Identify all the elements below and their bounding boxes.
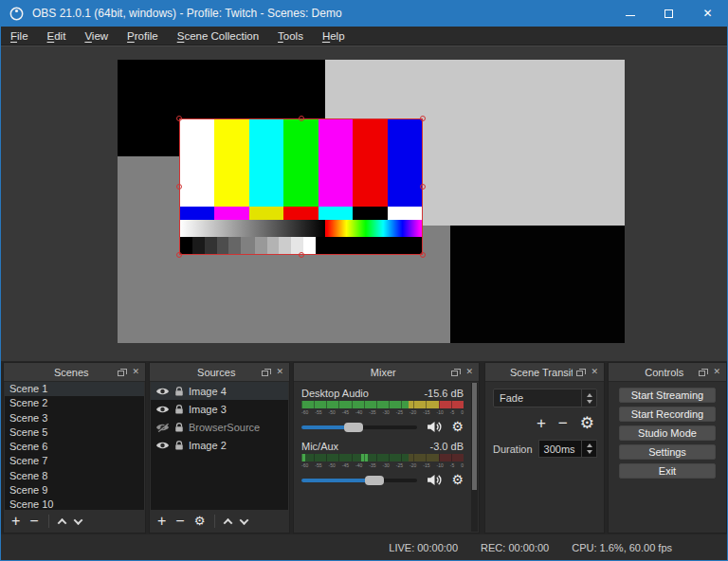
window-title: OBS 21.0.1 (64bit, windows) - Profile: T… — [32, 7, 342, 20]
scene-list-item[interactable]: Scene 1 — [5, 382, 144, 396]
titlebar[interactable]: OBS 21.0.1 (64bit, windows) - Profile: T… — [1, 0, 727, 27]
duration-spinner[interactable] — [581, 441, 596, 457]
float-panel-icon[interactable] — [451, 371, 458, 376]
move-scene-down-button[interactable] — [73, 516, 82, 525]
add-source-button[interactable]: + — [157, 515, 166, 528]
lock-icon[interactable] — [174, 386, 184, 397]
lock-icon[interactable] — [174, 404, 184, 415]
close-panel-icon[interactable]: ✕ — [591, 368, 598, 376]
mixer-panel-title: Mixer — [294, 367, 447, 378]
toolbar-divider — [214, 515, 215, 528]
source-list-item[interactable]: BrowserSource — [151, 418, 288, 436]
volume-slider[interactable] — [301, 425, 417, 429]
scenes-panel-header[interactable]: Scenes ✕ — [4, 363, 145, 382]
move-source-up-button[interactable] — [224, 517, 233, 527]
scene-list-item[interactable]: Scene 9 — [5, 483, 144, 498]
selection-handle[interactable] — [176, 184, 182, 190]
menu-item-file[interactable]: File — [1, 27, 38, 45]
lock-icon[interactable] — [174, 422, 184, 433]
duration-label: Duration — [493, 443, 533, 455]
maximize-icon — [664, 9, 673, 18]
volume-slider-handle[interactable] — [365, 476, 384, 485]
menu-item-tools[interactable]: Tools — [268, 27, 313, 45]
duration-input[interactable]: 300ms — [538, 440, 597, 458]
add-transition-button[interactable]: + — [537, 417, 546, 430]
sources-panel-header[interactable]: Sources ✕ — [150, 363, 289, 382]
duration-value: 300ms — [539, 441, 581, 457]
remove-transition-button[interactable]: − — [558, 417, 568, 430]
selection-handle[interactable] — [299, 116, 304, 121]
speaker-icon[interactable] — [427, 474, 443, 486]
minimize-button[interactable] — [610, 0, 649, 27]
move-scene-up-button[interactable] — [57, 517, 66, 527]
selection-handle[interactable] — [299, 252, 304, 258]
transition-select[interactable]: Fade — [493, 389, 597, 407]
combo-spinner[interactable] — [581, 389, 596, 407]
settings-button[interactable]: Settings — [619, 444, 716, 460]
lock-icon[interactable] — [174, 440, 184, 451]
float-panel-icon[interactable] — [118, 371, 124, 376]
visibility-eye-slash-icon[interactable] — [155, 423, 170, 432]
selection-handle[interactable] — [420, 116, 426, 121]
float-panel-icon[interactable] — [576, 371, 583, 376]
maximize-button[interactable] — [649, 0, 688, 27]
channel-gear-icon[interactable]: ⚙ — [451, 474, 464, 486]
menu-item-help[interactable]: Help — [313, 27, 355, 45]
float-panel-icon[interactable] — [262, 371, 268, 376]
sources-panel: Sources ✕ Image 4 Image 3 — [149, 362, 290, 534]
colorbars-row2 — [180, 207, 422, 220]
remove-scene-button[interactable]: − — [29, 515, 38, 528]
mixer-scrollbar[interactable] — [471, 383, 478, 532]
source-list-item[interactable]: Image 2 — [151, 436, 288, 454]
transition-properties-gear-icon[interactable]: ⚙ — [580, 417, 594, 430]
scene-list-item[interactable]: Scene 2 — [5, 396, 144, 410]
scene-list-item[interactable]: Scene 7 — [5, 454, 144, 468]
close-panel-icon[interactable]: ✕ — [132, 368, 139, 376]
controls-panel-header[interactable]: Controls ✕ — [609, 363, 726, 382]
close-panel-icon[interactable]: ✕ — [465, 368, 473, 376]
visibility-eye-icon[interactable] — [155, 387, 170, 396]
start-streaming-button[interactable]: Start Streaming — [619, 388, 716, 403]
remove-source-button[interactable]: − — [175, 515, 184, 528]
menu-item-edit[interactable]: Edit — [38, 27, 76, 45]
move-source-down-button[interactable] — [240, 516, 249, 525]
spinner-down-icon — [587, 450, 592, 454]
mixer-panel-header[interactable]: Mixer ✕ — [294, 363, 479, 382]
selection-handle[interactable] — [420, 184, 426, 190]
visibility-eye-icon[interactable] — [155, 405, 170, 414]
scene-list-item[interactable]: Scene 3 — [5, 411, 144, 425]
volume-slider-handle[interactable] — [344, 423, 363, 432]
close-button[interactable]: ✕ — [688, 0, 727, 27]
source-list-item[interactable]: Image 3 — [151, 400, 288, 418]
close-panel-icon[interactable]: ✕ — [713, 368, 720, 376]
channel-gear-icon[interactable]: ⚙ — [451, 421, 464, 433]
menu-item-profile[interactable]: Profile — [118, 27, 168, 45]
float-panel-icon[interactable] — [699, 371, 705, 376]
controls-panel: Controls ✕ Start Streaming Start Recordi… — [608, 362, 727, 534]
start-recording-button[interactable]: Start Recording — [619, 407, 716, 422]
visibility-eye-icon[interactable] — [155, 441, 170, 450]
menu-item-view[interactable]: View — [75, 27, 118, 45]
add-scene-button[interactable]: + — [11, 515, 20, 528]
speaker-icon[interactable] — [427, 421, 443, 433]
selection-handle[interactable] — [420, 252, 426, 258]
source-properties-gear-icon[interactable]: ⚙ — [194, 515, 206, 528]
selected-source-colorbars[interactable] — [179, 118, 423, 255]
scenes-list: Scene 1 Scene 2 Scene 3 Scene 5 Scene 6 … — [5, 382, 144, 510]
source-list-item[interactable]: Image 4 — [151, 382, 288, 400]
channel-level-db: -15.6 dB — [424, 388, 464, 399]
spinner-up-icon — [587, 443, 592, 447]
scene-list-item[interactable]: Scene 5 — [5, 425, 144, 440]
scene-list-item[interactable]: Scene 8 — [5, 469, 144, 483]
transitions-panel-header[interactable]: Scene Transitions ✕ — [485, 363, 604, 382]
selection-handle[interactable] — [176, 116, 182, 121]
scene-list-item[interactable]: Scene 10 — [5, 498, 144, 510]
selection-handle[interactable] — [176, 252, 182, 258]
volume-slider[interactable] — [301, 479, 417, 482]
close-panel-icon[interactable]: ✕ — [276, 368, 283, 376]
exit-button[interactable]: Exit — [619, 463, 716, 479]
studio-mode-button[interactable]: Studio Mode — [619, 425, 716, 441]
scene-list-item[interactable]: Scene 6 — [5, 440, 144, 454]
mixer-scrollbar-thumb[interactable] — [472, 383, 477, 490]
menu-item-scene-collection[interactable]: Scene Collection — [168, 27, 268, 45]
